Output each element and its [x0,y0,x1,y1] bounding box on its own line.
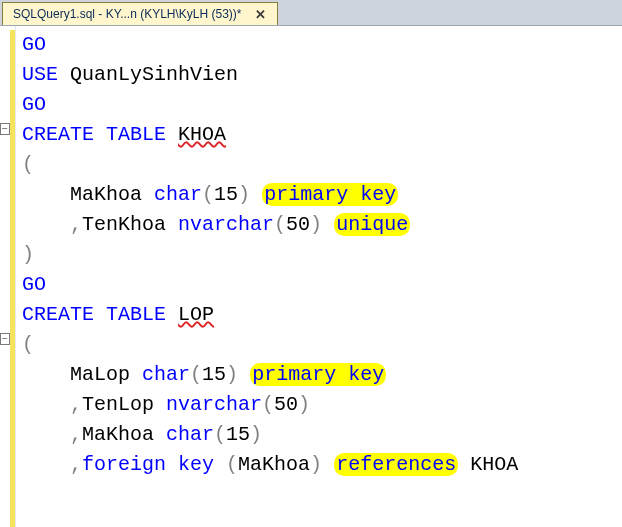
type-length: 50 [286,213,310,236]
comma: , [70,453,82,476]
paren-close: ) [22,243,34,266]
table-name: KHOA [178,123,226,146]
gutter: − − [0,26,16,527]
type-length: 15 [202,363,226,386]
keyword-go: GO [22,33,46,56]
outline-toggle[interactable]: − [0,333,10,345]
keyword-table: TABLE [106,303,166,326]
constraint-primary-key: primary key [262,183,398,206]
column-name: MaKhoa [70,183,142,206]
column-name: MaKhoa [82,423,154,446]
keyword-create: CREATE [22,303,94,326]
type-nvarchar: nvarchar [178,213,274,236]
paren-open: ( [22,333,34,356]
outline-toggle[interactable]: − [0,123,10,135]
paren-close: ) [310,453,322,476]
type-char: char [166,423,214,446]
fk-column: MaKhoa [238,453,310,476]
keyword-go: GO [22,273,46,296]
tab-label: SQLQuery1.sql - KY...n (KYLH\KyLH (53))* [13,7,242,21]
type-char: char [154,183,202,206]
type-length: 15 [226,423,250,446]
tab-bar: SQLQuery1.sql - KY...n (KYLH\KyLH (53))*… [0,0,622,26]
paren-open: ( [226,453,238,476]
keyword-references: references [334,453,458,476]
keyword-foreign-key: foreign key [82,453,214,476]
comma: , [70,393,82,416]
editor: − − GO USE QuanLySinhVien GO CREATE TABL… [0,26,622,527]
keyword-use: USE [22,63,58,86]
active-tab[interactable]: SQLQuery1.sql - KY...n (KYLH\KyLH (53))*… [2,2,278,25]
comma: , [70,213,82,236]
type-char: char [142,363,190,386]
paren-open: ( [22,153,34,176]
constraint-unique: unique [334,213,410,236]
keyword-table: TABLE [106,123,166,146]
column-name: TenLop [82,393,154,416]
constraint-primary-key: primary key [250,363,386,386]
column-name: TenKhoa [82,213,166,236]
type-length: 50 [274,393,298,416]
column-name: MaLop [70,363,130,386]
type-length: 15 [214,183,238,206]
keyword-create: CREATE [22,123,94,146]
code-area[interactable]: GO USE QuanLySinhVien GO CREATE TABLE KH… [16,26,622,527]
table-name: LOP [178,303,214,326]
db-name: QuanLySinhVien [70,63,238,86]
comma: , [70,423,82,446]
ref-table: KHOA [470,453,518,476]
keyword-go: GO [22,93,46,116]
change-indicator [10,30,15,527]
type-nvarchar: nvarchar [166,393,262,416]
close-icon[interactable]: ✕ [252,8,269,21]
